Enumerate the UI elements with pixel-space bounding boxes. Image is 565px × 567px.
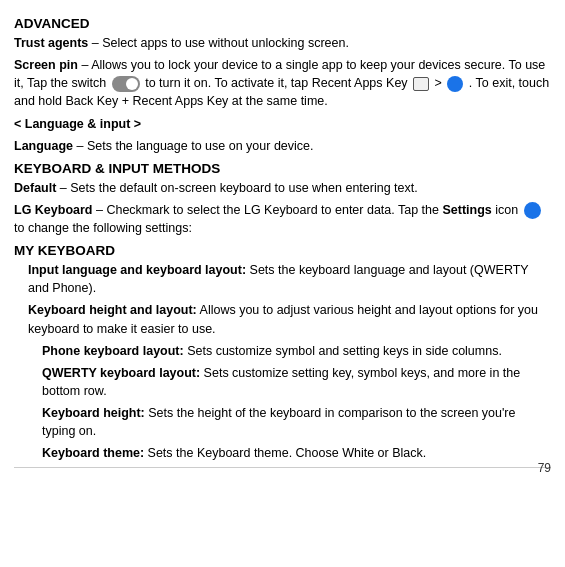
phone-keyboard-desc: Sets customize symbol and setting keys i… [184,344,502,358]
circle-blue-icon [447,76,463,92]
keyboard-theme-desc: Sets the Keyboard theme. Choose White or… [144,446,426,460]
input-lang-para: Input language and keyboard layout: Sets… [14,261,551,297]
default-label: Default [14,181,56,195]
keyboard-heading: KEYBOARD & INPUT METHODS [14,161,551,176]
qwerty-keyboard-para: QWERTY keyboard layout: Sets customize s… [14,364,551,400]
bottom-divider [14,467,551,468]
input-lang-label: Input language and keyboard layout: [28,263,246,277]
page-number: 79 [538,461,551,475]
language-input-heading: < Language & input > [14,115,551,133]
keyboard-height2-label: Keyboard height: [42,406,145,420]
keyboard-theme-para: Keyboard theme: Sets the Keyboard theme.… [14,444,551,462]
trust-agents-label: Trust agents [14,36,88,50]
lg-keyboard-desc: – Checkmark to select the LG Keyboard to… [93,203,440,217]
screen-pin-label: Screen pin [14,58,78,72]
keyboard-height-label: Keyboard height and layout: [28,303,197,317]
my-keyboard-heading: MY KEYBOARD [14,243,551,258]
advanced-heading: ADVANCED [14,16,551,31]
settings-icon-label: Settings [442,203,491,217]
qwerty-keyboard-label: QWERTY keyboard layout: [42,366,200,380]
keyboard-theme-label: Keyboard theme: [42,446,144,460]
language-para: Language – Sets the language to use on y… [14,137,551,155]
screen-pin-para: Screen pin – Allows you to lock your dev… [14,56,551,110]
trust-agents-desc: – Select apps to use without unlocking s… [88,36,349,50]
language-desc: – Sets the language to use on your devic… [73,139,313,153]
keyboard-height-para: Keyboard height and layout: Allows you t… [14,301,551,337]
phone-keyboard-label: Phone keyboard layout: [42,344,184,358]
keyboard-height2-para: Keyboard height: Sets the height of the … [14,404,551,440]
lg-keyboard-para: LG Keyboard – Checkmark to select the LG… [14,201,551,237]
settings-icon-desc2: to change the following settings: [14,221,192,235]
trust-agents-para: Trust agents – Select apps to use withou… [14,34,551,52]
recent-apps-key-icon [413,77,429,91]
phone-keyboard-para: Phone keyboard layout: Sets customize sy… [14,342,551,360]
settings-icon-desc: icon [495,203,518,217]
switch-icon [112,76,140,92]
default-para: Default – Sets the default on-screen key… [14,179,551,197]
default-desc: – Sets the default on-screen keyboard to… [56,181,417,195]
gt-symbol: > [435,76,442,90]
screen-pin-desc2: to turn it on. To activate it, tap Recen… [145,76,407,90]
language-label: Language [14,139,73,153]
lg-keyboard-label: LG Keyboard [14,203,93,217]
settings-icon[interactable] [524,202,541,219]
